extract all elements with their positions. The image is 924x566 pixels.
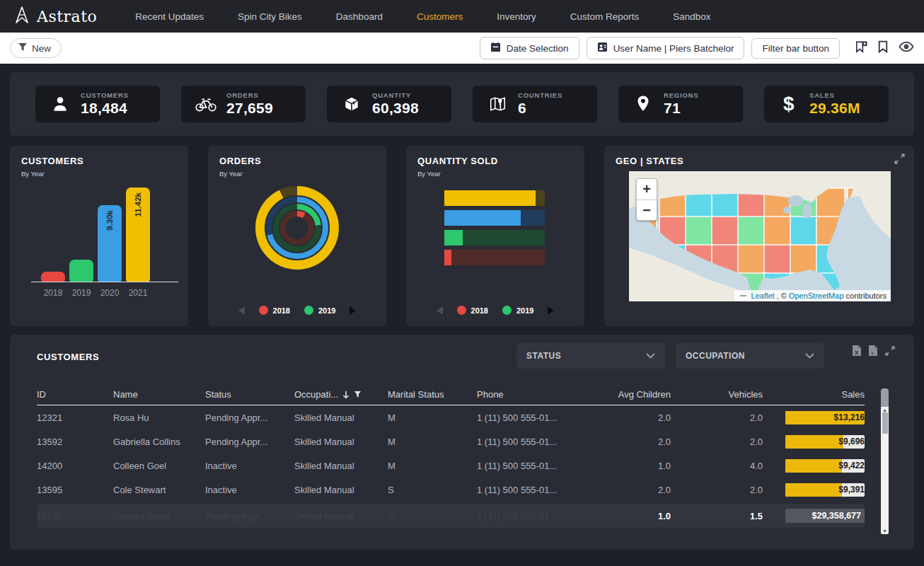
bar-value-label: 9.30k (105, 210, 114, 231)
legend-item-2019[interactable]: 2019 (304, 306, 335, 315)
cell-id: 13595 (37, 485, 113, 495)
cell-sales: $13,216 (763, 411, 865, 424)
legend-item-2019[interactable]: 2019 (502, 306, 533, 315)
column-header-marital-status[interactable]: Marital Status (388, 389, 477, 400)
table-body: 12321Rosa HuPending Appr...Skilled Manua… (10, 405, 914, 502)
kpi-value: 71 (664, 100, 698, 117)
table-header-row: IDNameStatusOccupati...Marital StatusPho… (37, 384, 865, 405)
bookmark-icon[interactable] (877, 40, 889, 56)
hbar-2018[interactable] (444, 250, 545, 265)
new-button-label: New (32, 43, 51, 54)
cell-marital: M (388, 437, 477, 447)
scroll-down-arrow[interactable]: ▼ (881, 529, 889, 533)
nav-item-dashboard[interactable]: Dashboard (319, 11, 400, 22)
legend-next-arrow[interactable] (350, 306, 356, 315)
legend-item-2018[interactable]: 2018 (259, 306, 290, 315)
legend-prev-arrow[interactable] (437, 306, 443, 315)
state-shape[interactable] (738, 216, 766, 246)
kpi-card-customers: CUSTOMERS18,484 (35, 86, 160, 122)
svg-text:,: , (872, 347, 874, 355)
bookmark-add-icon[interactable] (854, 40, 867, 57)
donut-ring-2019[interactable] (272, 202, 323, 253)
cell-sales: $9,391 (763, 483, 865, 497)
legend-next-arrow[interactable] (548, 306, 554, 315)
state-shape[interactable] (790, 216, 819, 246)
column-header-id[interactable]: ID (37, 389, 113, 400)
legend-item-2018[interactable]: 2018 (457, 306, 488, 315)
state-shape[interactable] (738, 245, 766, 275)
expand-icon[interactable] (894, 153, 906, 168)
column-header-phone[interactable]: Phone (477, 389, 596, 400)
map-attribution: Leaflet, © OpenStreetMap contributors (734, 290, 891, 301)
column-header-name[interactable]: Name (113, 389, 205, 400)
table-row[interactable]: 12321Rosa HuPending Appr...Skilled Manua… (37, 405, 865, 429)
column-header-avg-children[interactable]: Avg Children (596, 389, 671, 400)
user-button[interactable]: User Name | Piers Batchelor (587, 37, 745, 59)
column-header-status[interactable]: Status (205, 389, 294, 400)
bar-2021[interactable]: 11.42k (126, 187, 150, 282)
status-filter-dropdown[interactable]: STATUS (516, 343, 665, 369)
table-row[interactable]: 13592Gabriella CollinsPending Appr...Ski… (37, 429, 865, 454)
nav-item-custom-reports[interactable]: Custom Reports (553, 11, 657, 22)
bar-2019[interactable] (69, 260, 93, 282)
hbar-2021[interactable] (444, 190, 545, 206)
donut-ring-2021[interactable] (255, 186, 339, 270)
kpi-label: CUSTOMERS (81, 91, 129, 99)
table-scrollbar[interactable]: ▲ ▼ (881, 407, 889, 534)
scroll-up-arrow[interactable]: ▲ (881, 408, 889, 412)
sort-desc-icon[interactable] (342, 391, 350, 399)
sales-bar-fill (785, 459, 842, 473)
scrollbar-thumb[interactable] (882, 412, 888, 434)
donut-ring-2020[interactable] (265, 195, 330, 260)
table-row[interactable]: 14200Colleen GoelInactiveSkilled ManualM… (37, 454, 865, 478)
nav-item-inventory[interactable]: Inventory (480, 11, 553, 22)
brand[interactable]: Astrato (13, 6, 97, 27)
calendar-icon (490, 42, 501, 54)
bar-2018[interactable] (41, 272, 65, 282)
nav-item-sandbox[interactable]: Sandbox (656, 11, 727, 22)
column-header-occupati-[interactable]: Occupati... (294, 389, 388, 400)
state-shape[interactable] (790, 245, 819, 275)
expand-icon[interactable] (884, 345, 896, 359)
geo-title: GEO | STATES (616, 156, 903, 166)
kpi-label: REGIONS (664, 91, 698, 99)
leaflet-map[interactable]: + − Leaflet, © OpenStreetMap contributor… (629, 171, 891, 301)
sales-data-bar: $9,391 (785, 483, 865, 497)
nav-item-spin-city-bikes[interactable]: Spin City Bikes (221, 11, 319, 22)
new-filter-button[interactable]: New (10, 38, 62, 58)
leaflet-link[interactable]: Leaflet (751, 291, 775, 300)
chart-legend: 20182019 (208, 306, 386, 315)
state-shape[interactable] (712, 216, 740, 246)
hbar-2019[interactable] (444, 230, 545, 246)
table-row[interactable]: 13595Cole StewartInactiveSkilled ManualS… (37, 478, 865, 502)
zoom-out-button[interactable]: − (637, 200, 657, 220)
kpi-value: 27,659 (226, 100, 273, 117)
legend-prev-arrow[interactable] (238, 306, 245, 315)
ghost-cell-phone: 1 (11) 500 555-01... (477, 511, 596, 521)
column-header-sales[interactable]: Sales (763, 389, 865, 400)
state-shape[interactable] (686, 216, 714, 246)
column-header-vehicles[interactable]: Vehicles (671, 389, 763, 400)
nav-item-recent-updates[interactable]: Recent Updates (118, 11, 221, 22)
cell-vehicles: 4.0 (671, 461, 763, 471)
column-filter-icon[interactable] (354, 391, 362, 398)
nav-item-customers[interactable]: Customers (400, 11, 480, 22)
state-shape[interactable] (764, 216, 792, 246)
occupation-filter-dropdown[interactable]: OCCUPATION (676, 343, 824, 369)
user-button-label: User Name | Piers Batchelor (613, 43, 734, 54)
cell-occupation: Skilled Manual (294, 412, 388, 423)
export-csv-icon[interactable]: , (868, 345, 878, 359)
hbar-2020[interactable] (444, 210, 545, 226)
state-shape[interactable] (764, 245, 792, 275)
date-selection-button[interactable]: Date Selection (480, 37, 579, 59)
bar-2020[interactable]: 9.30k (98, 205, 122, 282)
filter-bar-button[interactable]: Filter bar button (751, 38, 840, 59)
osm-link[interactable]: OpenStreetMap (789, 291, 844, 300)
eye-icon[interactable] (899, 41, 914, 55)
chart-subtitle: By Year (417, 170, 573, 178)
donut-ring-2018[interactable] (279, 209, 316, 246)
zoom-in-button[interactable]: + (637, 179, 657, 200)
table-totals-row: 14830Isabella WardPending Appr...Skilled… (37, 504, 865, 528)
hbar-fill (444, 230, 463, 246)
export-excel-icon[interactable]: X (852, 345, 862, 359)
